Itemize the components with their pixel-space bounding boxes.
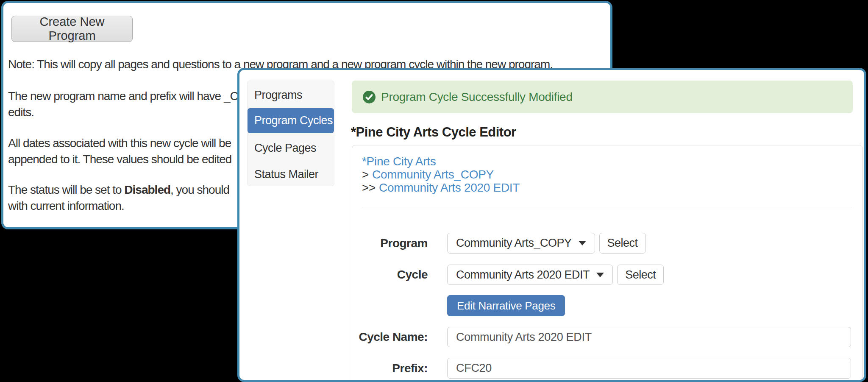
prefix-label: Prefix: bbox=[352, 362, 428, 375]
program-label: Program bbox=[352, 237, 428, 250]
prefix-input[interactable] bbox=[447, 358, 851, 379]
breadcrumb-chevron: > bbox=[362, 168, 369, 181]
status-text-suffix: , you should bbox=[170, 183, 229, 196]
cycle-editor-panel: Programs Program Cycles Cycle Pages Stat… bbox=[237, 68, 866, 382]
cycle-label: Cycle bbox=[352, 268, 428, 282]
page-title: *Pine City Arts Cycle Editor bbox=[351, 125, 516, 139]
sidebar-item-program-cycles[interactable]: Program Cycles bbox=[248, 108, 334, 133]
caret-down-icon bbox=[596, 273, 604, 277]
program-select-button[interactable]: Select bbox=[599, 233, 646, 254]
section-divider bbox=[362, 207, 851, 207]
cycle-dropdown-value: Community Arts 2020 EDIT bbox=[456, 268, 590, 282]
program-dropdown-value: Community Arts_COPY bbox=[456, 237, 572, 250]
sidebar-item-programs[interactable]: Programs bbox=[248, 84, 334, 106]
sidebar-item-cycle-pages[interactable]: Cycle Pages bbox=[248, 137, 334, 159]
program-form-row: Program Community Arts_COPY Select bbox=[352, 233, 646, 254]
breadcrumb-level-2: >Community Arts_COPY bbox=[362, 168, 520, 181]
edit-narrative-row: Edit Narrative Pages bbox=[352, 295, 565, 316]
prefix-form-row: Prefix: bbox=[352, 358, 851, 379]
cycle-dropdown[interactable]: Community Arts 2020 EDIT bbox=[447, 265, 613, 285]
status-text-prefix: The status will be set to bbox=[8, 183, 124, 196]
breadcrumb: *Pine City Arts >Community Arts_COPY >>C… bbox=[362, 155, 520, 194]
cycle-select-button[interactable]: Select bbox=[617, 265, 664, 285]
breadcrumb-link-program[interactable]: Community Arts_COPY bbox=[372, 168, 494, 181]
cycle-editor-box: *Pine City Arts >Community Arts_COPY >>C… bbox=[352, 145, 863, 382]
admin-sidebar: Programs Program Cycles Cycle Pages Stat… bbox=[247, 81, 334, 186]
caret-down-icon bbox=[579, 241, 586, 245]
breadcrumb-link-cycle[interactable]: Community Arts 2020 EDIT bbox=[379, 181, 520, 194]
cycle-name-label: Cycle Name: bbox=[352, 330, 428, 344]
success-alert-text: Program Cycle Successfully Modified bbox=[381, 90, 573, 104]
status-disabled-word: Disabled bbox=[124, 183, 170, 196]
edit-narrative-pages-button[interactable]: Edit Narrative Pages bbox=[447, 295, 565, 316]
cycle-form-row: Cycle Community Arts 2020 EDIT Select bbox=[352, 265, 664, 285]
success-alert: Program Cycle Successfully Modified bbox=[352, 81, 853, 113]
breadcrumb-level-3: >>Community Arts 2020 EDIT bbox=[362, 181, 520, 194]
breadcrumb-link-program-group[interactable]: *Pine City Arts bbox=[362, 155, 436, 168]
breadcrumb-double-chevron: >> bbox=[362, 181, 376, 194]
cycle-name-input[interactable] bbox=[447, 327, 851, 347]
sidebar-item-status-mailer[interactable]: Status Mailer bbox=[248, 164, 334, 185]
check-circle-icon bbox=[363, 91, 376, 103]
cycle-name-form-row: Cycle Name: bbox=[352, 327, 851, 347]
breadcrumb-level-1: *Pine City Arts bbox=[362, 155, 520, 168]
program-dropdown[interactable]: Community Arts_COPY bbox=[447, 233, 595, 254]
create-new-program-button[interactable]: Create New Program bbox=[11, 16, 133, 42]
